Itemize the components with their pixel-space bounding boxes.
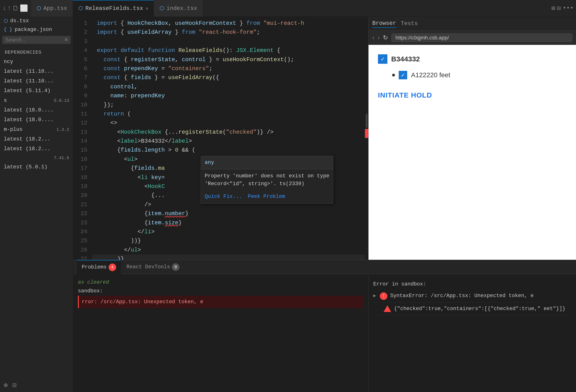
tab-bar-left: ↓ ↑ 🗋 ⬜ [2,4,28,12]
code-line-6: const prependKey = "containers"; [92,64,365,73]
back-button[interactable]: ‹ [372,34,374,41]
code-line-12: <> [92,119,365,127]
list-item-1: ✓ A122220 feet [392,71,567,79]
error-section-heading: Error in sandbox: [373,278,571,290]
code-line-14: <label>B344332</label> [92,137,365,146]
sidebar-file-package[interactable]: { } package.json [0,25,73,34]
code-line-11: return ( [92,110,365,119]
dependencies-section-title: DEPENDENCIES [0,46,73,57]
tab-problems[interactable]: Problems 4 [77,260,121,274]
code-line-10: }); [92,101,365,110]
rendered-item-label-1: A122220 feet [411,71,450,79]
scroll-indicator[interactable] [365,17,368,260]
sidebar-item-9[interactable]: 7.41.5 [0,154,73,162]
browser-nav: ‹ › ↻ [369,31,576,45]
code-line-4: export default function ReleaseFields():… [92,46,365,55]
tab-browser[interactable]: Browser [372,19,396,28]
search-filter-box[interactable]: ≡ [2,36,71,44]
problems-badge: 4 [109,264,116,271]
tab-react-devtools[interactable]: React DevTools 0 [122,260,184,274]
code-line-8: control, [92,82,365,91]
sidebar-item-6[interactable]: latest (18.0.... [0,115,73,125]
error-marker [365,129,368,138]
checkmark-icon-2: ✓ [401,71,405,79]
rendered-checkbox-2[interactable]: ✓ [399,71,407,79]
file-icon-ds: ⬡ [4,18,8,24]
sidebar-item-ncy[interactable]: ncy [0,57,73,67]
sidebar-bottom: ⊕ ⊡ [0,378,73,392]
more-actions-icon[interactable]: ••• [563,4,574,12]
bottom-tabs: Problems 4 React DevTools 0 [73,260,576,274]
sidebar: ⬡ ds.tsx { } package.json ≡ DEPENDENCIES… [0,17,73,392]
peek-problem-button[interactable]: Peek Problem [248,192,285,201]
quick-fix-button[interactable]: Quick Fix... [205,192,242,201]
tab-index-tsx[interactable]: ⬡ index.tsx [154,0,203,17]
code-line-25: ))} [92,236,365,245]
sidebar-item-3[interactable]: latest (5.11.4) [0,86,73,96]
checkmark-icon: ✓ [381,55,385,63]
chevron-up-icon[interactable]: ↑ [7,4,11,12]
close-tab-icon[interactable]: ✕ [145,5,148,11]
bottom-left-panel: as cleared sandbox: rror: /src/App.tsx: … [73,274,368,392]
code-line-5: const { registerState, control } = useHo… [92,55,365,64]
sidebar-file-ds[interactable]: ⬡ ds.tsx [0,17,73,25]
scroll-thumb[interactable] [366,114,368,128]
sidebar-item-7[interactable]: latest (18.2... [0,134,73,144]
sidebar-item-10[interactable]: latest (5.0.1) [0,162,73,172]
browser-tabs: Browser Tests [369,17,576,31]
code-line-24: </li> [92,227,365,236]
sidebar-item-1[interactable]: latest (11.10... [0,67,73,76]
forward-button[interactable]: › [378,34,380,41]
split-view-icon[interactable]: ⊟ [557,4,561,12]
code-lines[interactable]: import { HookCheckBox, useHookFormContex… [92,17,365,260]
search-input[interactable] [5,37,65,43]
browser-panel: Browser Tests ‹ › ↻ ✓ B344332 [368,17,576,260]
sidebar-item-5[interactable]: latest (18.0.... [0,105,73,115]
browser-content: ✓ B344332 ✓ A122220 feet [369,45,576,260]
editor-area: 12345 678910 1112131415 1617181920 21222… [73,17,368,260]
sidebar-item-m-plus[interactable]: m-plus 1.3.2 [0,125,73,134]
error-triangle-icon [384,305,391,312]
tsx-file-icon-index: ⬡ [160,5,164,12]
code-line-3 [92,37,365,46]
sidebar-item-2[interactable]: latest (11.10... [0,76,73,86]
error-text-1: SyntaxError: /src/App.tsx: Unexpected to… [390,292,534,300]
rendered-checkbox-row-1: ✓ B344332 [378,54,567,64]
tab-bar-actions: ⊞ ⊟ ••• [551,4,574,12]
tab-releasefields-tsx[interactable]: ⬡ ReleaseFields.tsx ✕ [73,0,154,17]
tab-app-tsx[interactable]: ⬡ App.tsx [31,0,73,17]
split-editor-icon[interactable]: ⬜ [20,4,28,12]
tab-bar: ↓ ↑ 🗋 ⬜ ⬡ App.tsx ⬡ ReleaseFields.tsx ✕ … [0,0,576,17]
code-content: 12345 678910 1112131415 1617181920 21222… [73,17,368,260]
filter-icon[interactable]: ≡ [65,37,68,43]
file-icon[interactable]: 🗋 [12,4,19,12]
code-line-22: {item.number} [92,209,365,218]
refresh-button[interactable]: ↻ [383,34,388,41]
rendered-label-1: B344332 [391,55,420,63]
github-icon[interactable]: ⊕ [4,381,8,389]
error-text-2: {"checked":true,"containers":[{"checked"… [394,305,565,313]
tab-tests[interactable]: Tests [401,19,418,28]
tooltip-popup: any Property 'number' does not exist on … [201,156,333,204]
sandbox-label: sandbox: [78,287,364,295]
layout-icon[interactable]: ⊞ [551,4,555,12]
initiate-hold-button[interactable]: INITIATE HOLD [378,91,567,99]
code-line-27: )} [92,255,365,260]
sidebar-item-8[interactable]: latest (18.2... [0,144,73,154]
code-line-7: const { fields } = useFieldArray({ [92,73,365,82]
rendered-list: ✓ A122220 feet [392,71,567,79]
expand-icon-1[interactable]: ▶ [373,292,376,300]
url-bar[interactable] [391,33,572,42]
chevron-down-icon[interactable]: ↓ [2,4,6,12]
devtools-badge: 0 [172,263,179,271]
error-entry-2: {"checked":true,"containers":[{"checked"… [373,302,571,315]
chat-icon[interactable]: ⊡ [12,381,17,389]
bottom-right-panel: Error in sandbox: ▶ ! SyntaxError: /src/… [368,274,576,392]
code-line-26: </ul> [92,246,365,255]
sidebar-item-4[interactable]: s 5.0.13 [0,96,73,105]
code-line-2: import { useFieldArray } from "react-hoo… [92,28,365,37]
line-numbers: 12345 678910 1112131415 1617181920 21222… [73,17,92,260]
error-entry-1[interactable]: ▶ ! SyntaxError: /src/App.tsx: Unexpecte… [373,290,571,302]
code-line-9: name: prependKey [92,91,365,100]
rendered-checkbox-1[interactable]: ✓ [378,54,387,64]
